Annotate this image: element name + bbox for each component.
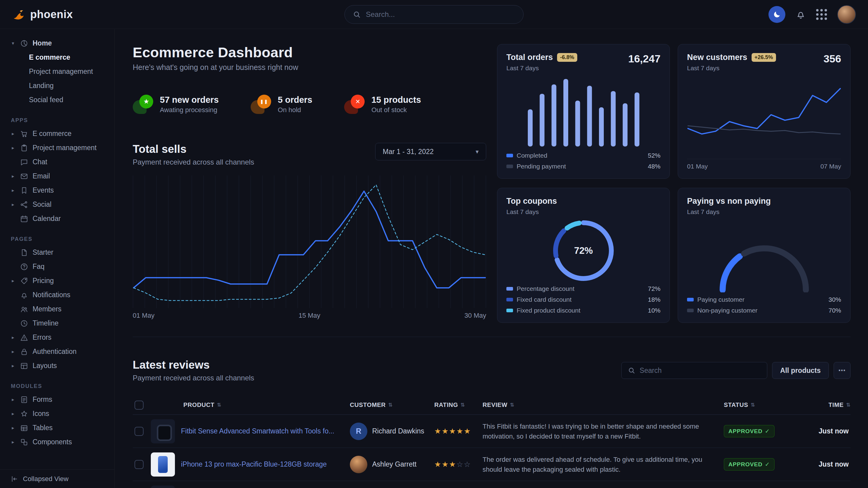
sidebar-item-social[interactable]: ▸ Social [0, 197, 114, 212]
dark-mode-toggle[interactable] [769, 6, 785, 23]
sidebar-item-label: Pricing [33, 277, 54, 285]
column-header-product[interactable]: PRODUCT⇅ [181, 401, 350, 409]
table-row[interactable] [133, 481, 850, 488]
sidebar-item-label: Events [33, 186, 54, 194]
components-icon [20, 438, 28, 446]
sidebar-item-timeline[interactable]: Timeline [0, 316, 114, 330]
global-search[interactable] [344, 5, 524, 24]
review-text: The order was delivered ahead of schedul… [483, 455, 724, 475]
date-range-value: Mar 1 - 31, 2022 [383, 148, 434, 156]
user-avatar[interactable] [837, 5, 856, 24]
total-orders-card: Total orders -6.8% Last 7 days 16,247 Co… [497, 44, 670, 179]
sidebar-item-pricing[interactable]: ▸ Pricing [0, 274, 114, 288]
sidebar-item-events[interactable]: ▸ Events [0, 183, 114, 197]
row-checkbox[interactable] [134, 427, 144, 436]
customer-name[interactable]: Richard Dawkins [372, 427, 424, 435]
stat-orders-on-hold: ❚❚ 5 orders On hold [251, 95, 312, 114]
trend-badge: +26.5% [752, 53, 776, 62]
sidebar-item-components[interactable]: ▸ Components [0, 435, 114, 449]
product-thumbnail[interactable] [151, 452, 175, 477]
new-customers-chart [687, 76, 841, 157]
column-header-time[interactable]: TIME⇅ [796, 401, 850, 409]
apps-grid-button[interactable] [816, 9, 827, 20]
sidebar-item-faq[interactable]: Faq [0, 260, 114, 274]
legend-row: Pending payment 48% [506, 163, 660, 170]
search-icon [352, 10, 361, 19]
product-link[interactable]: Fitbit Sense Advanced Smartwatch with To… [181, 427, 350, 435]
more-options-button[interactable]: ⋯ [834, 362, 850, 379]
search-input[interactable] [366, 10, 516, 19]
sidebar-item-label: Timeline [33, 319, 59, 327]
all-products-button[interactable]: All products [772, 362, 829, 379]
legend-marker [506, 298, 513, 301]
column-header-customer[interactable]: CUSTOMER⇅ [350, 401, 434, 409]
legend-marker [506, 154, 513, 157]
sidebar-item-forms[interactable]: ▸ Forms [0, 392, 114, 406]
sidebar-item-e-commerce-dashboard[interactable]: E commerce [0, 50, 114, 65]
column-header-rating[interactable]: RATING⇅ [434, 401, 483, 409]
review-time: Just now [796, 427, 850, 435]
sidebar-item-starter[interactable]: Starter [0, 246, 114, 260]
stats-row: ★ 57 new orders Awating processing ❚❚ 5 … [133, 95, 486, 114]
column-header-status[interactable]: STATUS⇅ [724, 401, 796, 409]
chevron-right-icon: ▸ [10, 202, 16, 207]
paying-vs-non-paying-card: Paying vs non paying Last 7 days Paying … [678, 188, 850, 323]
sidebar-item-home[interactable]: ▾ Home [0, 36, 114, 50]
card-period: Last 7 days [687, 208, 841, 216]
shopping-cart-icon [20, 130, 28, 138]
brand[interactable]: phoenix [12, 8, 73, 21]
column-header-review[interactable]: REVIEW⇅ [483, 401, 724, 409]
sidebar-item-tables[interactable]: ▸ Tables [0, 421, 114, 435]
sidebar-item-authentication[interactable]: ▸ Authentication [0, 345, 114, 359]
sidebar-item-e-commerce-app[interactable]: ▸ E commerce [0, 127, 114, 141]
sidebar-item-label: Layouts [33, 362, 57, 370]
stat-out-of-stock: ✕ 15 products Out of stock [344, 95, 421, 114]
sort-icon: ⇅ [461, 402, 465, 408]
x-tick: 15 May [299, 312, 320, 320]
search-icon [628, 366, 636, 375]
chevron-down-icon: ▾ [10, 40, 16, 46]
collapse-sidebar-button[interactable]: Collapsed View [0, 469, 114, 488]
stat-caption: On hold [278, 106, 312, 114]
row-checkbox[interactable] [134, 460, 144, 469]
date-range-select[interactable]: Mar 1 - 31, 2022 ▾ [375, 143, 486, 160]
table-header-row: PRODUCT⇅ CUSTOMER⇅ RATING⇅ REVIEW⇅ STATU… [133, 395, 850, 415]
sort-icon: ⇅ [510, 402, 515, 408]
sidebar-item-chat[interactable]: Chat [0, 155, 114, 169]
chevron-right-icon: ▸ [10, 188, 16, 193]
table-row[interactable]: Fitbit Sense Advanced Smartwatch with To… [133, 415, 850, 448]
sort-icon: ⇅ [751, 402, 755, 408]
sidebar-item-icons[interactable]: ▸ Icons [0, 406, 114, 421]
total-sells-title: Total sells [133, 143, 254, 156]
sidebar-item-label: E commerce [33, 130, 71, 138]
sidebar-item-members[interactable]: Members [0, 302, 114, 316]
sidebar-item-project-management[interactable]: ▸ Project management [0, 141, 114, 155]
sidebar-item-errors[interactable]: ▸ Errors [0, 330, 114, 345]
product-thumbnail[interactable] [151, 486, 175, 488]
reviews-search[interactable] [621, 362, 767, 379]
main-content: Ecommerce Dashboard Here's what's going … [115, 29, 868, 488]
select-all-checkbox[interactable] [134, 400, 144, 410]
legend-row: Fixed card discount 18% [506, 296, 660, 303]
sidebar-item-layouts[interactable]: ▸ Layouts [0, 359, 114, 373]
product-link[interactable]: iPhone 13 pro max-Pacific Blue-128GB sto… [181, 460, 350, 468]
table-row[interactable]: iPhone 13 pro max-Pacific Blue-128GB sto… [133, 448, 850, 481]
page-title: Ecommerce Dashboard [133, 44, 486, 61]
layout-icon [20, 362, 28, 370]
sidebar-item-calendar[interactable]: Calendar [0, 212, 114, 226]
sidebar-item-landing[interactable]: Landing [0, 79, 114, 93]
sidebar-item-social-feed[interactable]: Social feed [0, 93, 114, 107]
page-subtitle: Here's what's going on at your business … [133, 63, 486, 72]
sidebar-item-email[interactable]: ▸ Email [0, 169, 114, 183]
customer-name[interactable]: Ashley Garrett [372, 460, 416, 468]
sidebar-item-project-management-dashboard[interactable]: Project management [0, 65, 114, 79]
reviews-search-input[interactable] [640, 366, 761, 375]
customer-avatar[interactable] [350, 456, 367, 473]
notifications-button[interactable] [796, 9, 806, 20]
product-thumbnail[interactable] [151, 419, 175, 444]
table-icon [20, 424, 28, 432]
sidebar-item-notifications[interactable]: Notifications [0, 288, 114, 302]
section-title-apps: APPS [0, 117, 114, 124]
customer-avatar[interactable]: R [350, 423, 367, 440]
sidebar-item-label: Forms [33, 395, 52, 403]
